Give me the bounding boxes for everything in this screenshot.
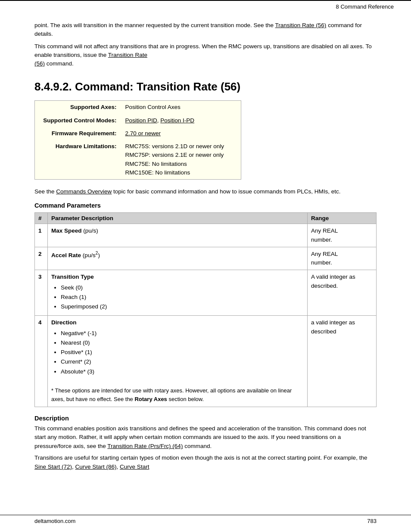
- transition-rate-prs-link[interactable]: Transition Rate (Prs/Frc) (64): [107, 443, 183, 449]
- page-footer: deltamotion.com 783: [0, 515, 411, 524]
- info-row-modes: Supported Control Modes: Position PID, P…: [35, 114, 241, 127]
- param-desc-2: Accel Rate (pu/s2): [48, 247, 308, 270]
- info-row-hardware: Hardware Limitations: RMC75S: versions 2…: [35, 140, 241, 180]
- info-value-hardware: RMC75S: versions 2.1D or newer only RMC7…: [121, 140, 241, 180]
- desc-text-2: Transitions are useful for starting cert…: [34, 454, 367, 461]
- param-extra-1: (pu/s): [82, 227, 98, 234]
- intro-para2: This command will not affect any transit…: [34, 42, 377, 68]
- col-header-range: Range: [308, 213, 377, 224]
- params-table: # Parameter Description Range 1 Max Spee…: [34, 212, 377, 407]
- footer-right: 783: [367, 518, 377, 524]
- param-desc-3: Transition Type Seek (0) Reach (1) Super…: [48, 270, 308, 316]
- param-after-2: ): [98, 252, 100, 258]
- param-num-4: 4: [35, 316, 48, 407]
- firmware-link[interactable]: 2.70 or newer: [125, 130, 161, 137]
- info-label-hardware: Hardware Limitations:: [35, 140, 121, 180]
- desc-para1: This command enables position axis trans…: [34, 424, 377, 451]
- col-header-desc: Parameter Description: [48, 213, 308, 224]
- bullet-3-1: Seek (0): [61, 283, 304, 292]
- see-also: See the Commands Overview topic for basi…: [34, 187, 377, 196]
- param-row-1: 1 Max Speed (pu/s) Any REALnumber.: [35, 224, 377, 247]
- curve-start-86-link[interactable]: Curve Start (86): [75, 464, 117, 470]
- position-ipd-link[interactable]: Position I-PD: [160, 117, 194, 124]
- intro-text-2: This command will not affect any transit…: [34, 43, 372, 58]
- param-bold-2: Accel Rate: [51, 252, 81, 258]
- bullet-4-1: Negative* (-1): [61, 329, 304, 338]
- info-label-firmware: Firmware Requirement:: [35, 127, 121, 140]
- param-num-3: 3: [35, 270, 48, 316]
- desc-comma2: ,: [117, 464, 120, 470]
- col-header-num: #: [35, 213, 48, 224]
- bullet-4-5: Absolute* (3): [61, 367, 304, 376]
- curve-start-link[interactable]: Curve Start: [120, 464, 149, 470]
- param-range-1: Any REALnumber.: [308, 224, 377, 247]
- bullet-3-2: Reach (1): [61, 293, 304, 302]
- section-title: 8.4.9.2. Command: Transition Rate (56): [34, 80, 377, 93]
- param-note-4: * These options are intended for use wit…: [51, 387, 292, 402]
- info-table: Supported Axes: Position Control Axes Su…: [34, 100, 241, 180]
- sine-start-link[interactable]: Sine Start (72): [34, 464, 72, 470]
- param-row-4: 4 Direction Negative* (-1) Nearest (0) P…: [35, 316, 377, 407]
- bullet-3-3: Superimposed (2): [61, 302, 304, 311]
- param-row-2: 2 Accel Rate (pu/s2) Any REALnumber.: [35, 247, 377, 270]
- desc-text-1b: command.: [183, 443, 212, 449]
- param-range-2: Any REALnumber.: [308, 247, 377, 270]
- param-bullets-3: Seek (0) Reach (1) Superimposed (2): [51, 283, 304, 311]
- content-area: point. The axis will transition in the m…: [0, 17, 411, 492]
- see-also-post: topic for basic command information and …: [112, 188, 340, 195]
- info-row-axes: Supported Axes: Position Control Axes: [35, 101, 241, 114]
- commands-overview-link[interactable]: Commands Overview: [56, 188, 112, 195]
- param-num-2: 2: [35, 247, 48, 270]
- info-value-firmware: 2.70 or newer: [121, 127, 241, 140]
- info-value-axes: Position Control Axes: [121, 101, 241, 114]
- info-row-firmware: Firmware Requirement: 2.70 or newer: [35, 127, 241, 140]
- desc-para2: Transitions are useful for starting cert…: [34, 454, 377, 472]
- param-extra-2: (pu/s: [81, 252, 96, 258]
- page-header: 8 Command Reference: [0, 0, 411, 12]
- intro-para1: point. The axis will transition in the m…: [34, 21, 377, 39]
- desc-section-title: Description: [34, 415, 377, 422]
- footer-left: deltamotion.com: [34, 518, 75, 524]
- param-range-3: A valid integer asdescribed.: [308, 270, 377, 316]
- bullet-4-3: Positive* (1): [61, 348, 304, 357]
- param-bold-1: Max Speed: [51, 227, 82, 234]
- info-label-axes: Supported Axes:: [35, 101, 121, 114]
- param-row-3: 3 Transition Type Seek (0) Reach (1) Sup…: [35, 270, 377, 316]
- bullet-4-4: Current* (2): [61, 358, 304, 366]
- see-also-pre: See the: [34, 188, 56, 195]
- param-bullets-4: Negative* (-1) Nearest (0) Positive* (1)…: [51, 329, 304, 376]
- param-bold-4: Direction: [51, 319, 77, 326]
- desc-comma1: ,: [72, 464, 75, 470]
- header-title: 8 Command Reference: [336, 3, 394, 10]
- bullet-4-2: Nearest (0): [61, 339, 304, 347]
- param-bold-3: Transition Type: [51, 274, 94, 280]
- transition-rate-link-1[interactable]: Transition Rate (56): [275, 22, 327, 28]
- param-num-1: 1: [35, 224, 48, 247]
- param-range-4: a valid integer asdescribed: [308, 316, 377, 407]
- param-desc-1: Max Speed (pu/s): [48, 224, 308, 247]
- info-label-modes: Supported Control Modes:: [35, 114, 121, 127]
- intro-text-1: point. The axis will transition in the m…: [34, 22, 275, 28]
- page-container: 8 Command Reference point. The axis will…: [0, 0, 411, 532]
- cmd-params-title: Command Parameters: [34, 202, 377, 209]
- params-header-row: # Parameter Description Range: [35, 213, 377, 224]
- position-pid-link[interactable]: Position PID: [125, 117, 157, 124]
- intro-text-2b: command.: [45, 60, 74, 67]
- info-value-modes: Position PID, Position I-PD: [121, 114, 241, 127]
- param-desc-4: Direction Negative* (-1) Nearest (0) Pos…: [48, 316, 308, 407]
